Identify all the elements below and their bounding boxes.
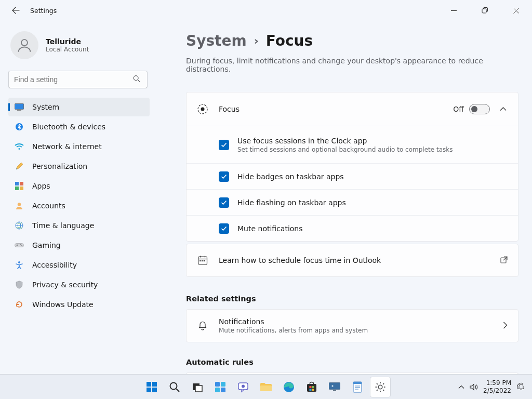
focus-option-row[interactable]: Mute notifications xyxy=(187,215,518,241)
svg-rect-33 xyxy=(215,388,220,392)
chevron-right-icon: › xyxy=(254,34,259,47)
option-title: Hide flashing on taskbar apps xyxy=(237,198,346,207)
shield-icon xyxy=(15,280,24,289)
svg-point-36 xyxy=(242,384,245,388)
sidebar-item-label: Privacy & security xyxy=(32,281,98,289)
sidebar-item-time-language[interactable]: Time & language xyxy=(8,216,150,235)
sidebar-item-system[interactable]: System xyxy=(8,98,150,116)
sidebar-item-label: Personalization xyxy=(32,162,87,170)
sidebar-item-accessibility[interactable]: Accessibility xyxy=(8,256,150,274)
sidebar-item-label: Gaming xyxy=(32,241,61,249)
check-icon xyxy=(221,142,227,148)
folder-icon xyxy=(260,382,272,392)
svg-point-49 xyxy=(516,382,526,392)
taskbar-chat[interactable] xyxy=(233,377,254,397)
window-title: Settings xyxy=(30,7,57,15)
taskbar-widgets[interactable] xyxy=(210,377,231,397)
taskbar-search[interactable] xyxy=(164,377,185,397)
svg-rect-10 xyxy=(20,187,23,190)
focus-option-row[interactable]: Hide flashing on taskbar apps xyxy=(187,189,518,215)
wifi-icon xyxy=(15,142,24,151)
svg-rect-3 xyxy=(15,104,24,110)
account-block[interactable]: Telluride Local Account xyxy=(8,31,150,59)
focus-state: Off xyxy=(453,105,464,113)
svg-rect-31 xyxy=(215,382,220,387)
svg-rect-0 xyxy=(482,9,486,13)
taskbar-app[interactable] xyxy=(324,377,345,397)
minimize-icon xyxy=(451,8,457,14)
taskbar-explorer[interactable] xyxy=(256,377,276,397)
sidebar-item-label: Bluetooth & devices xyxy=(32,123,105,131)
sidebar: Telluride Local Account System Bluetooth… xyxy=(0,21,156,374)
option-title: Mute notifications xyxy=(237,224,303,233)
paintbrush-icon xyxy=(15,162,24,171)
tray-clock[interactable]: 1:59 PM 2/5/2022 xyxy=(483,379,511,395)
svg-rect-21 xyxy=(202,260,203,261)
notifications-link[interactable]: Notifications Mute notifications, alerts… xyxy=(186,309,518,342)
maximize-button[interactable] xyxy=(473,2,497,19)
svg-rect-39 xyxy=(307,384,316,392)
focus-header[interactable]: Focus Off xyxy=(187,92,518,126)
sidebar-item-personalization[interactable]: Personalization xyxy=(8,157,150,176)
focus-option-row[interactable]: Use focus sessions in the Clock app Set … xyxy=(187,126,518,163)
focus-card: Focus Off Use focus sessions in the Cloc… xyxy=(186,92,518,242)
notepad-icon xyxy=(352,381,363,393)
maximize-icon xyxy=(482,7,488,14)
focus-toggle[interactable] xyxy=(469,104,490,114)
search-box xyxy=(8,71,150,88)
sidebar-item-label: Accessibility xyxy=(32,261,77,269)
focus-icon xyxy=(197,103,208,115)
option-sub: Set timed sessions and optional backgrou… xyxy=(237,146,453,153)
svg-point-1 xyxy=(21,39,28,46)
taskview-icon xyxy=(192,381,203,393)
sidebar-item-gaming[interactable]: Gaming xyxy=(8,236,150,255)
svg-point-6 xyxy=(18,148,20,150)
collapse-button[interactable] xyxy=(498,104,508,114)
minimize-button[interactable] xyxy=(442,2,466,19)
sidebar-item-bluetooth[interactable]: Bluetooth & devices xyxy=(8,117,150,136)
learn-outlook-link[interactable]: Learn how to schedule focus time in Outl… xyxy=(186,244,518,277)
svg-rect-25 xyxy=(152,382,157,387)
svg-rect-34 xyxy=(221,388,225,392)
notifications-outline-icon xyxy=(516,382,526,392)
search-input[interactable] xyxy=(8,71,148,88)
sidebar-item-accounts[interactable]: Accounts xyxy=(8,196,150,215)
automatic-rules-heading: Automatic rules xyxy=(186,358,518,366)
close-icon xyxy=(513,8,519,14)
checkbox[interactable] xyxy=(219,197,229,208)
close-button[interactable] xyxy=(504,2,528,19)
bluetooth-icon xyxy=(15,122,24,131)
checkbox[interactable] xyxy=(219,171,229,182)
svg-point-11 xyxy=(18,203,21,206)
taskbar-notepad[interactable] xyxy=(347,377,368,397)
taskbar-taskview[interactable] xyxy=(187,377,208,397)
apps-icon xyxy=(15,181,24,191)
focus-option-row[interactable]: Hide badges on taskbar apps xyxy=(187,163,518,189)
chevron-right-icon xyxy=(503,322,508,330)
taskbar-edge[interactable] xyxy=(278,377,299,397)
checkbox[interactable] xyxy=(219,140,229,150)
svg-rect-45 xyxy=(333,390,336,391)
sidebar-item-apps[interactable]: Apps xyxy=(8,177,150,195)
breadcrumb-parent[interactable]: System xyxy=(186,32,247,49)
taskbar-settings[interactable] xyxy=(370,377,391,397)
option-title: Use focus sessions in the Clock app xyxy=(237,137,453,145)
sidebar-item-privacy[interactable]: Privacy & security xyxy=(8,275,150,294)
svg-point-48 xyxy=(378,385,382,389)
taskbar-store[interactable] xyxy=(301,377,322,397)
sidebar-item-windows-update[interactable]: Windows Update xyxy=(8,295,150,314)
tray-overflow[interactable] xyxy=(458,385,464,389)
start-button[interactable] xyxy=(141,377,162,397)
account-type: Local Account xyxy=(46,46,89,53)
nav-list: System Bluetooth & devices Network & int… xyxy=(8,98,150,314)
tray-notifications[interactable] xyxy=(516,382,526,392)
person-icon xyxy=(16,36,33,54)
checkbox[interactable] xyxy=(219,223,229,234)
sidebar-item-network[interactable]: Network & internet xyxy=(8,137,150,156)
check-icon xyxy=(221,226,227,231)
svg-rect-9 xyxy=(15,187,19,190)
tray-volume[interactable] xyxy=(470,383,478,391)
notifications-title: Notifications xyxy=(219,317,368,326)
search-icon xyxy=(133,75,140,84)
back-button[interactable] xyxy=(8,3,23,18)
